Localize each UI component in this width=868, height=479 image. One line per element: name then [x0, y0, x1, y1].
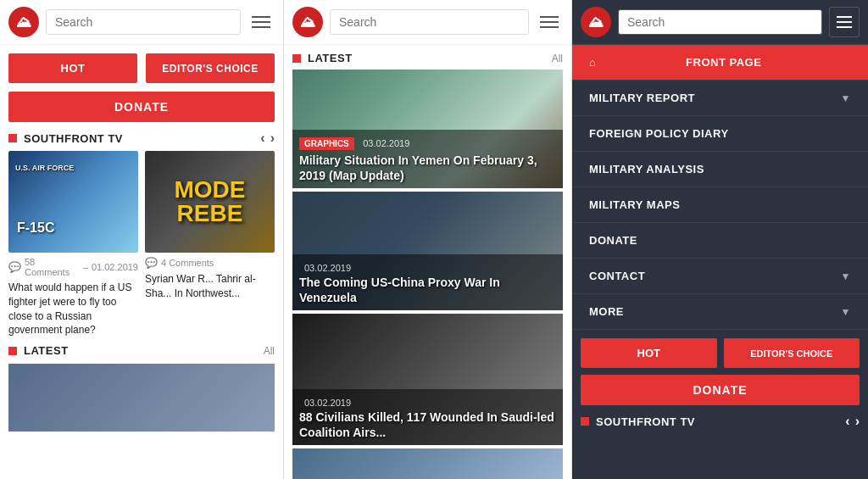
hot-button-right[interactable]: HOT [581, 338, 717, 368]
card-meta-2: 💬 4 Comments [145, 257, 275, 269]
nav-label-military-report: MILITARY REPORT [589, 92, 695, 104]
nav-label-more: MORE [589, 305, 624, 318]
right-header: ⛰ [572, 0, 868, 45]
left-panel: ⛰ HOT EDITOR'S CHOICE DONATE SOUTHFRONT … [0, 0, 284, 479]
tv-card-1[interactable]: U.S. AIR FORCE F-15C 💬 58 Comments – 01.… [8, 151, 138, 337]
article-overlay-1: GRAPHICS 03.02.2019 Military Situation I… [292, 130, 563, 188]
f15-label: F-15C [17, 220, 54, 236]
nav-label-donate: DONATE [589, 234, 637, 247]
article-img-4: GRAPHICS 03.02.2019 [292, 448, 563, 479]
all-link-mid[interactable]: All [552, 53, 563, 64]
nav-item-foreign-policy[interactable]: FOREIGN POLICY DIARY [572, 116, 868, 152]
tv-cards-left: U.S. AIR FORCE F-15C 💬 58 Comments – 01.… [0, 151, 283, 337]
home-icon: ⌂ [589, 56, 596, 69]
nav-item-donate[interactable]: DONATE [572, 223, 868, 259]
dropdown-arrow-1: ▼ [841, 92, 851, 104]
search-input-right[interactable] [618, 9, 822, 35]
search-input-left[interactable] [46, 9, 241, 35]
card-comments-1: 58 Comments [25, 257, 80, 277]
southfront-tv-header-left: SOUTHFRONT TV ‹ › [0, 122, 283, 151]
article-img-2: 03.02.2019 The Coming US-China Proxy War… [292, 192, 563, 310]
menu-icon-mid[interactable] [536, 8, 563, 36]
southfront-tv-header-right: SOUTHFRONT TV ‹ › [572, 405, 868, 434]
nav-label-military-maps: MILITARY MAPS [589, 198, 680, 211]
article-date-2: 03.02.2019 [304, 263, 351, 273]
latest-top-mid: LATEST All GRAPHICS 03.02.2019 Military … [284, 45, 571, 479]
latest-top-header-mid: LATEST All [292, 52, 563, 64]
latest-thumb-left [8, 364, 275, 432]
article-card-1[interactable]: GRAPHICS 03.02.2019 Military Situation I… [292, 70, 563, 188]
card-comments-2: 4 Comments [161, 258, 214, 268]
red-square-icon [8, 134, 17, 142]
next-arrow-right[interactable]: › [855, 414, 860, 429]
comment-icon-2: 💬 [145, 257, 158, 269]
card-meta-1: 💬 58 Comments – 01.02.2019 [8, 257, 138, 277]
article-overlay-2: 03.02.2019 The Coming US-China Proxy War… [292, 254, 563, 310]
eagle-icon-right: ⛰ [588, 14, 604, 31]
nav-label-contact: CONTACT [589, 270, 645, 282]
card-title-2: Syrian War R... Tahrir al-Sha... In Nort… [145, 272, 275, 301]
southfront-tv-title-left: SOUTHFRONT TV [8, 132, 123, 145]
middle-panel: ⛰ LATEST All GRAPHICS 03.02.2019 Militar… [284, 0, 572, 479]
right-btn-row: HOT EDITOR'S CHOICE [572, 330, 868, 368]
logo-left[interactable]: ⛰ [8, 7, 39, 37]
search-input-mid[interactable] [330, 9, 529, 35]
latest-header-left: LATEST All [8, 344, 275, 357]
dropdown-arrow-3: ▼ [841, 306, 851, 318]
donate-button-left[interactable]: DONATE [8, 92, 275, 122]
red-square-right [581, 417, 589, 426]
nav-label-military-analysis: MILITARY ANALYSIS [589, 163, 704, 175]
red-square-latest-left [8, 347, 17, 355]
article-title-2: The Coming US-China Proxy War In Venezue… [299, 275, 556, 305]
next-arrow-left[interactable]: › [270, 131, 275, 146]
card-date-1: 01.02.2019 [92, 262, 138, 272]
article-card-4[interactable]: GRAPHICS 03.02.2019 [292, 448, 563, 479]
tv-card-2[interactable]: MODEREBE 💬 4 Comments Syrian War R... Ta… [145, 151, 275, 337]
eagle-icon-mid: ⛰ [300, 14, 315, 31]
article-title-3: 88 Civilians Killed, 117 Wounded In Saud… [299, 409, 556, 440]
article-img-3: 03.02.2019 88 Civilians Killed, 117 Woun… [292, 314, 563, 445]
comment-icon-1: 💬 [8, 261, 21, 273]
eagle-icon: ⛰ [16, 14, 31, 31]
rebel-label: MODEREBE [175, 178, 246, 226]
article-overlay-3: 03.02.2019 88 Civilians Killed, 117 Woun… [292, 389, 563, 445]
left-header: ⛰ [0, 0, 283, 45]
menu-icon-left[interactable] [248, 8, 275, 36]
article-date-3: 03.02.2019 [304, 398, 351, 408]
nav-menu: ⌂ FRONT PAGE MILITARY REPORT ▼ FOREIGN P… [572, 45, 868, 330]
tv-card-img-2: MODEREBE [145, 151, 275, 253]
all-link-left[interactable]: All [264, 345, 275, 357]
nav-item-frontpage[interactable]: ⌂ FRONT PAGE [572, 45, 868, 81]
menu-icon-right[interactable] [829, 7, 860, 37]
nav-item-contact[interactable]: CONTACT ▼ [572, 259, 868, 294]
article-title-1: Military Situation In Yemen On February … [299, 153, 556, 183]
article-img-1: GRAPHICS 03.02.2019 Military Situation I… [292, 70, 563, 188]
editors-choice-button-left[interactable]: EDITOR'S CHOICE [146, 53, 275, 83]
nav-item-military-maps[interactable]: MILITARY MAPS [572, 187, 868, 223]
nav-item-more[interactable]: MORE ▼ [572, 294, 868, 330]
article-date-1: 03.02.2019 [363, 138, 409, 148]
right-panel: ⛰ ⌂ FRONT PAGE MILITARY REPORT ▼ FOREIGN… [572, 0, 868, 479]
hot-button-left[interactable]: HOT [8, 53, 137, 83]
latest-title-left: LATEST [8, 344, 69, 357]
card-title-1: What would happen if a US fighter jet we… [8, 281, 138, 337]
tv-nav-arrows-left[interactable]: ‹ › [260, 131, 275, 146]
middle-header: ⛰ [284, 0, 571, 45]
red-square-mid [292, 54, 301, 63]
top-btn-row-left: HOT EDITOR'S CHOICE [0, 45, 283, 83]
article-card-3[interactable]: 03.02.2019 88 Civilians Killed, 117 Woun… [292, 314, 563, 445]
latest-title-mid: LATEST [292, 52, 353, 64]
southfront-tv-title-right: SOUTHFRONT TV [581, 415, 695, 428]
prev-arrow-right[interactable]: ‹ [845, 414, 849, 429]
donate-button-right[interactable]: DONATE [581, 375, 860, 405]
af-label: U.S. AIR FORCE [15, 164, 74, 172]
editors-choice-button-right[interactable]: EDITOR'S CHOICE [724, 338, 860, 368]
prev-arrow-left[interactable]: ‹ [260, 131, 264, 146]
nav-label-foreign-policy: FOREIGN POLICY DIARY [589, 127, 729, 140]
tv-nav-arrows-right[interactable]: ‹ › [845, 414, 860, 429]
logo-right[interactable]: ⛰ [581, 7, 611, 37]
article-card-2[interactable]: 03.02.2019 The Coming US-China Proxy War… [292, 192, 563, 310]
nav-item-military-analysis[interactable]: MILITARY ANALYSIS [572, 152, 868, 187]
nav-item-military-report[interactable]: MILITARY REPORT ▼ [572, 81, 868, 116]
logo-mid[interactable]: ⛰ [292, 7, 323, 37]
